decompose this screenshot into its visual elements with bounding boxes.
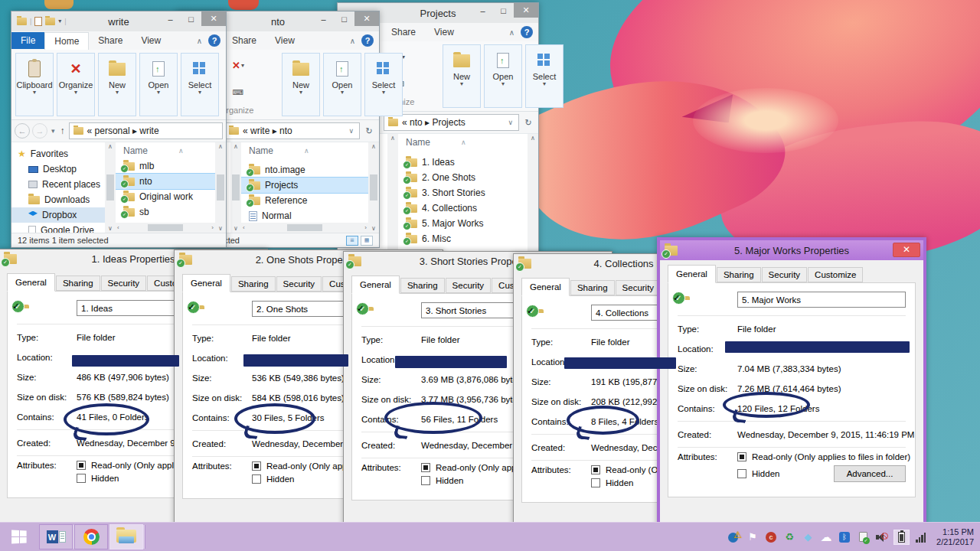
dialog-title-bar[interactable]: 5. Major Works Properties ✕ [660, 240, 923, 260]
minimize-button[interactable]: – [472, 3, 493, 18]
sidebar-item-favorites[interactable]: ★Favorites [11, 146, 105, 161]
refresh-icon[interactable]: ↻ [521, 118, 535, 128]
nav-scrollbar[interactable]: ∧∨ [105, 142, 116, 233]
breadcrumb[interactable]: « write ▸ nto [243, 126, 292, 136]
taskbar-clock[interactable]: 1:15 PM 2/21/2017 [930, 523, 980, 551]
tab-share[interactable]: Share [89, 32, 132, 49]
readonly-checkbox[interactable] [591, 465, 600, 474]
minimize-button[interactable]: – [160, 11, 181, 26]
help-icon[interactable]: ? [521, 26, 533, 38]
file-row[interactable]: 6. Misc [398, 231, 528, 246]
usb-safely-remove-icon[interactable] [857, 531, 869, 543]
battery-icon[interactable] [893, 530, 910, 545]
action-center-flag-icon[interactable]: ⚑ [746, 531, 759, 543]
security-alert-tray-icon[interactable]: ⚠ [728, 531, 740, 543]
file-row[interactable]: sb [116, 204, 215, 220]
file-row[interactable]: Reference [241, 193, 368, 208]
tab-customize[interactable]: Customize [808, 267, 863, 282]
onedrive-cloud-icon[interactable]: ☁ [820, 531, 832, 543]
sidebar-item-recent-places[interactable]: Recent places [11, 177, 105, 192]
view-details-icon[interactable]: ≣ [346, 236, 358, 246]
open-button[interactable]: Open▾ [323, 53, 361, 116]
title-bar[interactable]: | ▾ | write – □ ✕ [11, 11, 226, 31]
tab-sharing[interactable]: Sharing [231, 276, 276, 292]
tab-view[interactable]: View [425, 24, 463, 41]
file-row-selected[interactable]: nto [116, 174, 215, 189]
list-scrollbar[interactable]: ∧∨ [215, 142, 226, 233]
taskbar-explorer-button[interactable] [109, 524, 143, 549]
misc-tray-icon[interactable]: ◆ [802, 531, 814, 543]
tab-security[interactable]: Security [101, 276, 147, 291]
tab-view[interactable]: View [132, 32, 170, 49]
tab-sharing[interactable]: Sharing [570, 280, 615, 295]
help-icon[interactable]: ? [208, 34, 220, 47]
file-row[interactable]: Normal [241, 208, 368, 223]
tab-share[interactable]: Share [382, 24, 425, 41]
tab-general[interactable]: General [351, 276, 400, 294]
file-row[interactable]: 4. Collections [398, 201, 528, 216]
breadcrumb[interactable]: « nto ▸ Projects [402, 117, 466, 128]
maximize-button[interactable]: □ [334, 11, 354, 26]
address-dropdown-icon[interactable]: ∨ [506, 119, 514, 126]
sidebar-item-downloads[interactable]: Downloads [11, 192, 105, 207]
sidebar-item-dropbox[interactable]: Dropbox [11, 207, 105, 223]
maximize-button[interactable]: □ [181, 11, 201, 26]
back-button[interactable]: ← [15, 123, 30, 139]
close-icon[interactable]: ✕ [893, 243, 920, 257]
address-bar[interactable]: « write ▸ nto ∨ [224, 122, 360, 139]
folder-name-input[interactable]: 5. Major Works [737, 292, 906, 308]
file-row[interactable]: Original work [116, 189, 215, 204]
rename-icon[interactable]: ⌨ [233, 88, 243, 96]
tab-general[interactable]: General [182, 274, 230, 292]
open-button[interactable]: Open▾ [484, 44, 522, 108]
delete-icon[interactable]: ✕▾ [232, 59, 244, 73]
file-row[interactable]: 1. Ideas [398, 155, 528, 170]
view-thumbnails-icon[interactable]: ▦ [361, 236, 373, 246]
advanced-button[interactable]: Advanced... [834, 465, 906, 482]
column-header[interactable]: Name ∧ [241, 143, 368, 158]
maximize-button[interactable]: □ [493, 3, 514, 18]
collapse-ribbon-icon[interactable]: ∧ [197, 37, 202, 45]
list-scrollbar[interactable]: ∧∨ [368, 142, 379, 233]
select-button[interactable]: Select▾ [525, 44, 564, 108]
tab-home[interactable]: Home [44, 32, 89, 50]
forward-button[interactable]: → [32, 123, 47, 139]
tab-sharing[interactable]: Sharing [717, 267, 761, 282]
tab-security[interactable]: Security [446, 278, 492, 293]
up-button[interactable]: ↑ [59, 126, 67, 136]
sidebar-item-google-drive[interactable]: Google Drive [11, 223, 105, 233]
column-header[interactable]: Name ∧ [398, 135, 528, 150]
readonly-checkbox[interactable] [252, 461, 261, 471]
refresh-icon[interactable]: ↻ [362, 126, 376, 136]
tab-general[interactable]: General [521, 278, 570, 296]
readonly-checkbox[interactable] [77, 461, 86, 470]
volume-muted-icon[interactable] [875, 532, 887, 543]
network-signal-icon[interactable] [916, 532, 926, 543]
help-icon[interactable]: ? [361, 34, 374, 47]
hidden-checkbox[interactable] [737, 469, 746, 478]
tab-sharing[interactable]: Sharing [56, 276, 100, 291]
collapse-ribbon-icon[interactable]: ∧ [509, 28, 514, 37]
file-row[interactable]: 3. Short Stories [398, 185, 528, 201]
tab-file[interactable]: File [11, 32, 44, 49]
clipboard-button[interactable]: Clipboard▾ [15, 53, 54, 116]
close-button[interactable]: ✕ [514, 3, 538, 18]
nav-scrollbar[interactable]: ∧∨ [230, 142, 241, 233]
file-row[interactable]: 2. One Shots [398, 170, 528, 185]
qat-dropdown-icon[interactable]: ▾ [58, 18, 61, 24]
address-bar[interactable]: « personal ▸ write [69, 122, 223, 139]
select-button[interactable]: Select▾ [181, 53, 219, 116]
close-button[interactable]: ✕ [354, 11, 379, 26]
tab-view[interactable]: View [266, 32, 304, 49]
file-row[interactable]: 5. Major Works [398, 216, 528, 231]
file-row-selected[interactable]: Projects [241, 178, 368, 193]
taskbar-word-button[interactable]: W [39, 524, 73, 549]
hidden-checkbox[interactable] [421, 476, 430, 485]
tab-security[interactable]: Security [762, 267, 808, 282]
horizontal-scrollbar[interactable]: ‹› [116, 223, 215, 233]
history-dropdown-icon[interactable]: ▾ [50, 127, 57, 135]
start-button[interactable] [0, 523, 38, 551]
sync-recycle-tray-icon[interactable]: ♻ [783, 531, 795, 543]
taskbar-chrome-button[interactable] [74, 524, 108, 549]
address-dropdown-icon[interactable]: ∨ [347, 127, 355, 135]
